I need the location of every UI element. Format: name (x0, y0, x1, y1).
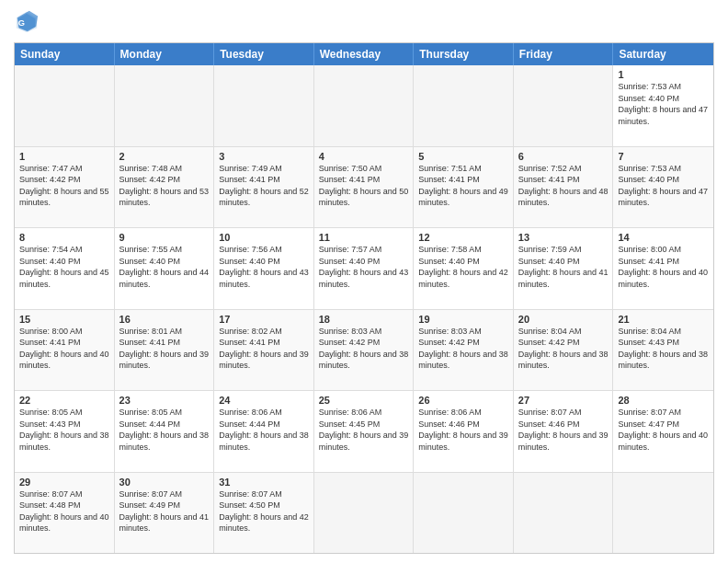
day-number: 25 (319, 395, 409, 406)
empty-cell (514, 473, 614, 554)
day-info: Sunrise: 7:57 AMSunset: 4:40 PMDaylight:… (319, 244, 409, 290)
day-info: Sunrise: 7:56 AMSunset: 4:40 PMDaylight:… (219, 244, 309, 290)
day-number: 30 (119, 477, 210, 488)
day-number: 17 (219, 314, 309, 325)
day-info: Sunrise: 8:06 AMSunset: 4:46 PMDaylight:… (418, 407, 508, 453)
calendar-body: 1Sunrise: 7:53 AMSunset: 4:40 PMDaylight… (15, 65, 713, 553)
calendar-week-3: 8Sunrise: 7:54 AMSunset: 4:40 PMDaylight… (15, 227, 713, 309)
empty-cell (314, 473, 415, 554)
day-info: Sunrise: 7:58 AMSunset: 4:40 PMDaylight:… (418, 244, 508, 290)
day-number: 18 (319, 314, 409, 325)
day-cell-6: 6Sunrise: 7:52 AMSunset: 4:41 PMDaylight… (514, 147, 614, 228)
day-cell-22: 22Sunrise: 8:05 AMSunset: 4:43 PMDayligh… (15, 391, 115, 472)
day-number: 9 (119, 232, 210, 243)
day-number: 23 (119, 395, 210, 406)
day-cell-7: 7Sunrise: 7:53 AMSunset: 4:40 PMDaylight… (613, 147, 713, 228)
calendar-week-5: 22Sunrise: 8:05 AMSunset: 4:43 PMDayligh… (15, 390, 713, 472)
day-info: Sunrise: 8:07 AMSunset: 4:46 PMDaylight:… (518, 407, 609, 453)
day-cell-3: 3Sunrise: 7:49 AMSunset: 4:41 PMDaylight… (214, 147, 314, 228)
day-info: Sunrise: 7:53 AMSunset: 4:40 PMDaylight:… (618, 163, 709, 209)
day-number: 27 (518, 395, 609, 406)
empty-cell (214, 65, 314, 146)
header-day-friday: Friday (514, 43, 614, 65)
empty-cell (15, 65, 115, 146)
day-info: Sunrise: 7:53 AMSunset: 4:40 PMDaylight:… (618, 81, 709, 127)
day-cell-27: 27Sunrise: 8:07 AMSunset: 4:46 PMDayligh… (514, 391, 614, 472)
empty-cell (314, 65, 415, 146)
day-info: Sunrise: 8:07 AMSunset: 4:49 PMDaylight:… (119, 488, 210, 534)
day-number: 24 (219, 395, 309, 406)
svg-text:G: G (18, 18, 25, 28)
day-info: Sunrise: 7:59 AMSunset: 4:40 PMDaylight:… (518, 244, 609, 290)
day-info: Sunrise: 7:48 AMSunset: 4:42 PMDaylight:… (119, 163, 210, 209)
calendar-week-4: 15Sunrise: 8:00 AMSunset: 4:41 PMDayligh… (15, 309, 713, 391)
day-cell-1: 1Sunrise: 7:53 AMSunset: 4:40 PMDaylight… (613, 65, 713, 146)
calendar-week-6: 29Sunrise: 8:07 AMSunset: 4:48 PMDayligh… (15, 472, 713, 554)
calendar: SundayMondayTuesdayWednesdayThursdayFrid… (14, 42, 714, 554)
day-number: 13 (518, 232, 609, 243)
day-cell-4: 4Sunrise: 7:50 AMSunset: 4:41 PMDaylight… (314, 147, 415, 228)
day-cell-24: 24Sunrise: 8:06 AMSunset: 4:44 PMDayligh… (214, 391, 314, 472)
day-cell-15: 15Sunrise: 8:00 AMSunset: 4:41 PMDayligh… (15, 310, 115, 391)
day-info: Sunrise: 7:50 AMSunset: 4:41 PMDaylight:… (319, 163, 409, 209)
day-number: 12 (418, 232, 508, 243)
calendar-week-2: 1Sunrise: 7:47 AMSunset: 4:42 PMDaylight… (15, 146, 713, 228)
day-info: Sunrise: 7:49 AMSunset: 4:41 PMDaylight:… (219, 163, 309, 209)
day-info: Sunrise: 8:00 AMSunset: 4:41 PMDaylight:… (19, 326, 109, 372)
logo: G (14, 9, 43, 35)
day-info: Sunrise: 8:00 AMSunset: 4:41 PMDaylight:… (618, 244, 709, 290)
day-info: Sunrise: 8:06 AMSunset: 4:44 PMDaylight:… (219, 407, 309, 453)
day-number: 4 (319, 151, 409, 162)
day-number: 15 (19, 314, 109, 325)
empty-cell (613, 473, 713, 554)
day-info: Sunrise: 8:01 AMSunset: 4:41 PMDaylight:… (119, 326, 210, 372)
header-day-saturday: Saturday (613, 43, 713, 65)
day-info: Sunrise: 8:02 AMSunset: 4:41 PMDaylight:… (219, 326, 309, 372)
day-cell-1: 1Sunrise: 7:47 AMSunset: 4:42 PMDaylight… (15, 147, 115, 228)
header-day-wednesday: Wednesday (314, 43, 415, 65)
header-day-monday: Monday (115, 43, 215, 65)
day-info: Sunrise: 8:05 AMSunset: 4:43 PMDaylight:… (19, 407, 109, 453)
day-info: Sunrise: 7:52 AMSunset: 4:41 PMDaylight:… (518, 163, 609, 209)
page: G SundayMondayTuesdayWednesdayThursdayFr… (0, 0, 728, 563)
day-cell-16: 16Sunrise: 8:01 AMSunset: 4:41 PMDayligh… (115, 310, 215, 391)
day-cell-28: 28Sunrise: 8:07 AMSunset: 4:47 PMDayligh… (613, 391, 713, 472)
day-number: 6 (518, 151, 609, 162)
day-number: 5 (418, 151, 508, 162)
day-cell-8: 8Sunrise: 7:54 AMSunset: 4:40 PMDaylight… (15, 228, 115, 309)
day-cell-23: 23Sunrise: 8:05 AMSunset: 4:44 PMDayligh… (115, 391, 215, 472)
header: G (14, 9, 714, 35)
day-info: Sunrise: 8:07 AMSunset: 4:48 PMDaylight:… (19, 488, 109, 534)
day-cell-11: 11Sunrise: 7:57 AMSunset: 4:40 PMDayligh… (314, 228, 415, 309)
calendar-header: SundayMondayTuesdayWednesdayThursdayFrid… (15, 43, 713, 65)
empty-cell (514, 65, 614, 146)
day-cell-30: 30Sunrise: 8:07 AMSunset: 4:49 PMDayligh… (115, 473, 215, 554)
day-cell-17: 17Sunrise: 8:02 AMSunset: 4:41 PMDayligh… (214, 310, 314, 391)
day-cell-20: 20Sunrise: 8:04 AMSunset: 4:42 PMDayligh… (514, 310, 614, 391)
day-info: Sunrise: 8:07 AMSunset: 4:47 PMDaylight:… (618, 407, 709, 453)
day-cell-25: 25Sunrise: 8:06 AMSunset: 4:45 PMDayligh… (314, 391, 415, 472)
day-number: 28 (618, 395, 709, 406)
day-info: Sunrise: 7:47 AMSunset: 4:42 PMDaylight:… (19, 163, 109, 209)
day-cell-18: 18Sunrise: 8:03 AMSunset: 4:42 PMDayligh… (314, 310, 415, 391)
day-cell-31: 31Sunrise: 8:07 AMSunset: 4:50 PMDayligh… (214, 473, 314, 554)
day-cell-9: 9Sunrise: 7:55 AMSunset: 4:40 PMDaylight… (115, 228, 215, 309)
day-cell-21: 21Sunrise: 8:04 AMSunset: 4:43 PMDayligh… (613, 310, 713, 391)
day-number: 21 (618, 314, 709, 325)
day-cell-5: 5Sunrise: 7:51 AMSunset: 4:41 PMDaylight… (414, 147, 514, 228)
day-number: 1 (618, 69, 709, 80)
day-number: 11 (319, 232, 409, 243)
day-number: 29 (19, 477, 109, 488)
day-cell-14: 14Sunrise: 8:00 AMSunset: 4:41 PMDayligh… (613, 228, 713, 309)
day-cell-29: 29Sunrise: 8:07 AMSunset: 4:48 PMDayligh… (15, 473, 115, 554)
empty-cell (414, 65, 514, 146)
day-number: 2 (119, 151, 210, 162)
day-number: 26 (418, 395, 508, 406)
logo-icon: G (14, 9, 40, 35)
day-number: 14 (618, 232, 709, 243)
day-number: 3 (219, 151, 309, 162)
empty-cell (115, 65, 215, 146)
day-info: Sunrise: 7:51 AMSunset: 4:41 PMDaylight:… (418, 163, 508, 209)
day-number: 22 (19, 395, 109, 406)
day-info: Sunrise: 7:54 AMSunset: 4:40 PMDaylight:… (19, 244, 109, 290)
